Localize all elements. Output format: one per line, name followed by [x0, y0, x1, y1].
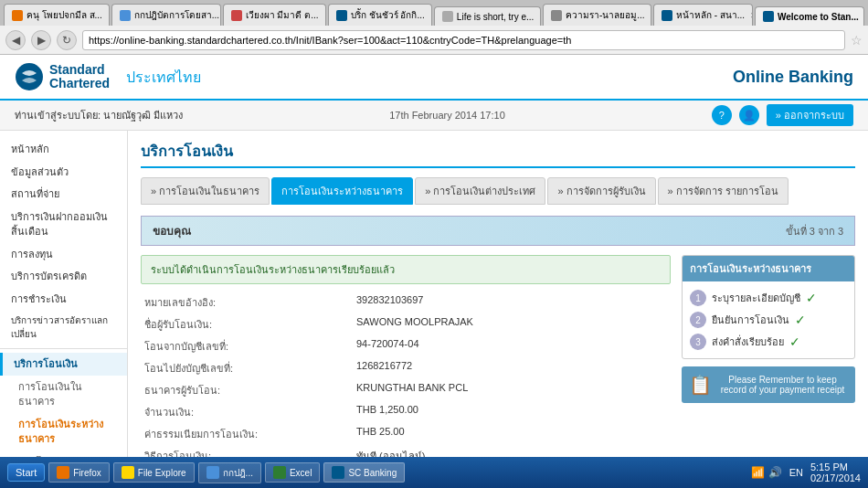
tabs-row: » การโอนเงินในธนาคาร การโอนเงินระหว่างธน…	[141, 177, 855, 205]
start-button[interactable]: Start	[7, 463, 45, 482]
tab-close-3[interactable]: ✕	[324, 11, 326, 20]
right-col: การโอนเงินระหว่างธนาคาร 1 ระบุรายละเอียด…	[682, 255, 855, 488]
step-item-3: 3 ส่งคำสั่งเรียบร้อย ✓	[690, 331, 847, 353]
step-label-3: ส่งคำสั่งเรียบร้อย	[712, 334, 784, 350]
two-col-layout: ระบบได้ดำเนินการโอนเงินระหว่างธนาคารเรีย…	[141, 255, 855, 488]
sidebar-item-exchange[interactable]: บริการข่าวสารอัตราแลกเปลี่ยน	[0, 310, 127, 345]
browser-tab-3[interactable]: เวียงผา มีมาดี ต... ✕	[223, 4, 326, 26]
tab-label-4: บริัก ชันชัวร์ อักกิ...	[351, 8, 425, 22]
tab-close-1[interactable]: ✕	[108, 11, 110, 20]
address-bar[interactable]	[82, 30, 845, 50]
taskbar-app-explorer[interactable]: File Explore	[113, 462, 195, 483]
tab-favicon-3	[231, 10, 242, 21]
user-bar: ท่านเข้าสู่ระบบโดย: นายณัฐวุฒิ มีแหวง 17…	[0, 101, 868, 131]
detail-label-0: หมายเลขอ้างอิง:	[141, 292, 353, 313]
sidebar-item-transfer-internal[interactable]: การโอนเงินในธนาคาร	[0, 376, 127, 413]
sidebar-item-place[interactable]: สถานที่จ่าย	[0, 183, 127, 206]
tab-close-7[interactable]: ✕	[750, 11, 753, 20]
taskbar-app-label-6: SC Banking	[348, 468, 397, 478]
sidebar-item-credit[interactable]: บริการบัตรเครดิต	[0, 265, 127, 288]
sidebar-item-savings[interactable]: บริการเงินฝากออมเงินสิ้นเดือน	[0, 206, 127, 243]
svg-point-0	[16, 63, 43, 90]
step-check-1: ✓	[806, 291, 817, 305]
tab-favicon-5	[442, 11, 453, 22]
logo-area: Standard Chartered ประเทศไทย	[15, 62, 201, 91]
browser-tab-1[interactable]: คนุ โพยปจกมีล ส... ✕	[4, 4, 110, 26]
sc-emblem-icon	[15, 62, 44, 91]
steps-list: 1 ระบุรายละเอียดบัญชี ✓ 2 ยืนยันการโอนเง…	[683, 281, 854, 358]
step-label-2: ยืนยันการโอนเงิน	[712, 312, 789, 328]
tab-favicon-8	[763, 11, 774, 22]
taskbar-app-label-1: Firefox	[73, 468, 101, 478]
clock: 5:15 PM 02/17/2014	[810, 461, 861, 483]
step-check-3: ✓	[789, 334, 800, 349]
step-num-3: 3	[690, 334, 706, 350]
browser-tab-8[interactable]: Welcome to Stan... ✕	[755, 6, 864, 26]
taskbar-app-excel[interactable]: Excel	[265, 462, 320, 483]
browser-tab-7[interactable]: หน้าหลัก - สนา... ✕	[653, 4, 753, 26]
back-button[interactable]: ◀	[5, 30, 26, 50]
detail-value-1: SAWONG MOOLPRAJAK	[353, 313, 671, 335]
banking-icon	[332, 466, 344, 479]
help-icon[interactable]: ?	[712, 105, 732, 125]
sidebar-item-invest[interactable]: การลงทุน	[0, 243, 127, 266]
taskbar-app-banking[interactable]: SC Banking	[323, 462, 405, 483]
detail-value-2: 94-720074-04	[353, 335, 671, 357]
tab-favicon-1	[12, 10, 23, 21]
sidebar-item-profile[interactable]: ข้อมูลส่วนตัว	[0, 161, 127, 184]
browser-tab-5[interactable]: Life is short, try e... ✕	[434, 6, 541, 26]
network-icon: 📶	[751, 466, 765, 479]
sidebar-divider	[0, 348, 127, 349]
forward-button[interactable]: ▶	[31, 30, 51, 50]
thank-you-label: ขอบคุณ	[153, 222, 191, 239]
browser-tab-6[interactable]: ความรา-นาลยอมู... ✕	[543, 4, 651, 26]
tab-overseas[interactable]: » การโอนเงินต่างประเทศ	[415, 177, 545, 205]
browser-tab-2[interactable]: กกปฎิบัตการโดยสา... ✕	[111, 4, 221, 26]
tab-label-2: กกปฎิบัตการโดยสา...	[134, 8, 219, 22]
content-area: บริการโอนเงิน » การโอนเงินในธนาคาร การโอ…	[128, 131, 868, 488]
tab-close-6[interactable]: ✕	[651, 11, 651, 20]
tab-interbank[interactable]: การโอนเงินระหว่างธนาคาร	[271, 177, 413, 205]
sidebar-item-transfer-interbank[interactable]: การโอนเงินระหว่างธนาคาร	[0, 413, 127, 451]
browser-tabs-bar: คนุ โพยปจกมีล ส... ✕ กกปฎิบัตการโดยสา...…	[0, 0, 868, 26]
logout-button[interactable]: » ออกจากระบบ	[767, 104, 853, 126]
reminder-text: Please Remember to keep record of your p…	[717, 375, 848, 395]
tab-recipient[interactable]: » การจัดการผู้รับเงิน	[547, 177, 655, 205]
tab-close-4[interactable]: ✕	[430, 11, 432, 20]
tab-close-5[interactable]: ✕	[539, 12, 541, 21]
online-banking-title: Online Banking	[733, 68, 853, 87]
bookmark-icon[interactable]: ☆	[851, 33, 863, 48]
reload-button[interactable]: ↻	[57, 30, 77, 50]
success-message: ระบบได้ดำเนินการโอนเงินระหว่างธนาคารเรีย…	[141, 255, 671, 284]
table-row: โอนจากบัญชีเลขที่: 94-720074-04	[141, 335, 671, 357]
system-tray: 📶 🔊	[751, 466, 782, 479]
taskbar-app-label-2: File Explore	[138, 468, 186, 478]
tab-manage[interactable]: » การจัดการ รายการโอน	[658, 177, 789, 205]
tab-internal[interactable]: » การโอนเงินในธนาคาร	[141, 177, 270, 205]
explorer-icon	[122, 466, 134, 479]
browser-toolbar: ◀ ▶ ↻ ☆	[0, 26, 868, 55]
user-bar-right: ? 👤 » ออกจากระบบ	[712, 104, 853, 126]
sidebar-item-payment[interactable]: การชำระเงิน	[0, 288, 127, 311]
detail-value-5: THB 1,250.00	[353, 401, 671, 423]
left-col: ระบบได้ดำเนินการโอนเงินระหว่างธนาคารเรีย…	[141, 255, 671, 488]
detail-label-6: ค่าธรรมเนียมการโอนเงิน:	[141, 423, 353, 445]
step-item-2: 2 ยืนยันการโอนเงิน ✓	[690, 309, 847, 331]
tab-label-6: ความรา-นาลยอมู...	[566, 8, 645, 22]
detail-label-5: จำนวนเงิน:	[141, 401, 353, 423]
user-icon[interactable]: 👤	[739, 105, 759, 125]
user-greeting: ท่านเข้าสู่ระบบโดย: นายณัฐวุฒิ มีแหวง	[15, 107, 183, 123]
browser-tab-4[interactable]: บริัก ชันชัวร์ อักกิ... ✕	[328, 4, 432, 26]
taskbar-app-label-4: Excel	[290, 468, 312, 478]
taskbar-app-firefox[interactable]: Firefox	[48, 462, 110, 483]
sidebar-item-transfer[interactable]: บริการโอนเงิน	[0, 353, 127, 376]
taskbar-app-doc[interactable]: กกปฎิ...	[198, 462, 261, 483]
sidebar: หน้าหลัก ข้อมูลส่วนตัว สถานที่จ่าย บริกา…	[0, 131, 128, 488]
sidebar-item-home[interactable]: หน้าหลัก	[0, 138, 127, 161]
detail-value-4: KRUNGTHAI BANK PCL	[353, 379, 671, 401]
detail-label-4: ธนาคารผู้รับโอน:	[141, 379, 353, 401]
table-row: ค่าธรรมเนียมการโอนเงิน: THB 25.00	[141, 423, 671, 445]
step-check-2: ✓	[795, 313, 806, 327]
reminder-box: 📋 Please Remember to keep record of your…	[682, 366, 855, 403]
excel-icon	[273, 466, 286, 479]
